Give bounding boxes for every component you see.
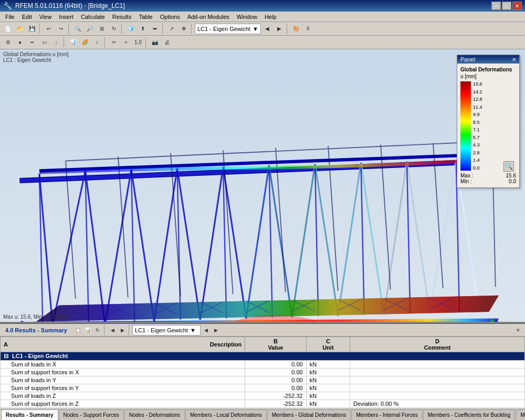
- color-mode-button[interactable]: 🌈: [79, 37, 91, 48]
- results-tb-btn-5[interactable]: ▶: [118, 326, 127, 335]
- results-title: 4.0 Results - Summary: [2, 327, 70, 333]
- results-tb-btn-4[interactable]: ◀: [108, 326, 117, 335]
- color-label-5: 8.5: [473, 120, 482, 125]
- zoom-all-button[interactable]: ⊞: [96, 23, 108, 35]
- move-button[interactable]: ✥: [178, 23, 190, 35]
- results-lc-dropdown[interactable]: LC1 - Eigen Gewicht ▼: [132, 325, 201, 335]
- col-b-label: B: [248, 338, 303, 344]
- deformation-button[interactable]: ↕: [91, 37, 103, 48]
- results-close-side-button[interactable]: ✕: [513, 326, 523, 335]
- lc-dropdown[interactable]: LC1 - Eigen Gewicht ▼: [195, 24, 261, 34]
- rotate-button[interactable]: ↻: [108, 23, 120, 35]
- row-4-value: 0.00: [245, 384, 307, 392]
- row-4-unit: kN: [306, 384, 350, 392]
- isolines-button[interactable]: ≈: [120, 37, 132, 48]
- zoom-out-button[interactable]: 🔎: [84, 23, 96, 35]
- table-row[interactable]: Sum of loads in Y 0.00 kN: [1, 376, 525, 384]
- menu-options[interactable]: Options: [157, 13, 183, 21]
- lc-header-row[interactable]: ⊟ LC1 - Eigen Gewicht: [1, 352, 525, 361]
- main-container: Global Deformations u [mm] LC1 : Eigen G…: [0, 49, 525, 420]
- menu-help[interactable]: Help: [261, 13, 280, 21]
- menu-insert[interactable]: Insert: [56, 13, 77, 21]
- row-2-value: 0.00: [245, 369, 307, 376]
- show-loads-button[interactable]: ↓: [50, 37, 62, 48]
- show-members-button[interactable]: ━: [26, 37, 38, 48]
- color-label-10: 1.4: [473, 158, 482, 163]
- view-front-button[interactable]: ⬅: [149, 23, 161, 35]
- table-row[interactable]: Sum of support forces in Y 0.00 kN: [1, 384, 525, 392]
- tab-nodes-support-forces[interactable]: Nodes - Support Forces: [59, 410, 124, 420]
- menu-calculate[interactable]: Calculate: [78, 13, 108, 21]
- tab-results-summary[interactable]: Results - Summary: [1, 410, 58, 420]
- menu-file[interactable]: File: [2, 13, 18, 21]
- row-3-desc: Sum of loads in Y: [1, 376, 245, 384]
- redo-button[interactable]: ↪: [55, 23, 67, 35]
- col-d-label: D: [353, 338, 521, 344]
- row-5-desc: Sum of loads in Z: [1, 392, 245, 400]
- close-button[interactable]: ✕: [512, 2, 522, 10]
- results-tb-btn-1[interactable]: 📋: [73, 326, 82, 335]
- print-button[interactable]: 🖨: [161, 37, 173, 48]
- tab-nodes-deformations[interactable]: Nodes - Deformations: [124, 410, 185, 420]
- prev-lc-button[interactable]: ◀: [261, 23, 273, 35]
- open-button[interactable]: 📂: [14, 23, 26, 35]
- legend-close-button[interactable]: ✕: [512, 57, 516, 62]
- tab-members-local-deformations[interactable]: Members - Local Deformations: [185, 410, 267, 420]
- menu-window[interactable]: Window: [234, 13, 260, 21]
- col-value-label: Value: [248, 344, 303, 351]
- screenshot-button[interactable]: 📷: [149, 37, 161, 48]
- show-nodes-button[interactable]: ●: [14, 37, 26, 48]
- grid-button[interactable]: #: [302, 23, 314, 35]
- panel-scroll-button[interactable]: 🔍: [503, 161, 514, 172]
- view-3d-button[interactable]: 🧊: [125, 23, 136, 35]
- titlebar-buttons: ─ □ ✕: [491, 2, 522, 10]
- table-row[interactable]: Sum of loads in X 0.00 kN: [1, 361, 525, 369]
- viewport[interactable]: Global Deformations u [mm] LC1 : Eigen G…: [0, 49, 525, 323]
- titlebar: 🔧 RFEM 5.01.0116 (64bit) - [Bridge_LC1] …: [0, 0, 525, 12]
- results-tb-btn-3[interactable]: ↻: [93, 326, 102, 335]
- results-tb-btn-2[interactable]: 📊: [83, 326, 92, 335]
- select-button[interactable]: ↗: [166, 23, 177, 35]
- view-top-button[interactable]: ⬆: [137, 23, 149, 35]
- tab-members-internal-forces[interactable]: Members - Internal Forces: [351, 410, 422, 420]
- color-labels: 15.6 14.2 12.8 11.4 9.9 8.5 7.1 5.7 4.3 …: [473, 81, 482, 171]
- table-row[interactable]: Sum of support forces in Z -252.32 kN De…: [1, 400, 525, 408]
- minimize-button[interactable]: ─: [491, 2, 501, 10]
- next-lc-button[interactable]: ▶: [274, 23, 285, 35]
- row-5-value: -252.32: [245, 392, 307, 400]
- undo-button[interactable]: ↩: [43, 23, 55, 35]
- lc-expand-icon: ⊟: [4, 353, 8, 359]
- zoom-in-button[interactable]: 🔍: [72, 23, 83, 35]
- tab-members-global-deformations[interactable]: Members - Global Deformations: [267, 410, 351, 420]
- toolbar-1: 📄 📂 💾 ↩ ↪ 🔍 🔎 ⊞ ↻ 🧊 ⬆ ⬅ ↗ ✥ LC1 - Eigen …: [0, 22, 525, 36]
- menu-addon[interactable]: Add-on Modules: [184, 13, 233, 21]
- menu-view[interactable]: View: [36, 13, 55, 21]
- menu-edit[interactable]: Edit: [19, 13, 35, 21]
- maximize-button[interactable]: □: [502, 2, 511, 10]
- row-4-desc: Sum of support forces in Y: [1, 384, 245, 392]
- separator-7: [64, 37, 66, 48]
- tab-member-slendernesses[interactable]: Member Slendernesses: [516, 410, 525, 420]
- table-row[interactable]: Sum of loads in Z -252.32 kN: [1, 392, 525, 400]
- new-button[interactable]: 📄: [2, 23, 14, 35]
- save-button[interactable]: 💾: [26, 23, 38, 35]
- table-row[interactable]: Sum of support forces in X 0.00 kN: [1, 369, 525, 376]
- menu-table[interactable]: Table: [135, 13, 155, 21]
- show-results-button[interactable]: 📊: [67, 37, 79, 48]
- show-surfaces-button[interactable]: ▭: [38, 37, 50, 48]
- tab-members-buckling[interactable]: Members - Coefficients for Buckling: [423, 410, 516, 420]
- col-header-description: A Description: [1, 337, 245, 352]
- tabs-bar: Results - Summary Nodes - Support Forces…: [0, 408, 525, 420]
- color-bar: [460, 81, 471, 171]
- results-lc-next[interactable]: ▶: [211, 326, 220, 335]
- results-table-container[interactable]: A Description B Value C: [0, 337, 525, 408]
- display-options-button[interactable]: ⚙: [2, 37, 14, 48]
- col-unit-label: Unit: [310, 344, 346, 351]
- values-button[interactable]: 1.0: [132, 37, 144, 48]
- menu-results[interactable]: Results: [109, 13, 135, 21]
- row-6-desc: Sum of support forces in Z: [1, 400, 245, 408]
- section-cuts-button[interactable]: ✂: [108, 37, 120, 48]
- col-desc-label: Description: [210, 341, 242, 348]
- render-button[interactable]: 🎨: [290, 23, 302, 35]
- results-lc-prev[interactable]: ◀: [201, 326, 211, 335]
